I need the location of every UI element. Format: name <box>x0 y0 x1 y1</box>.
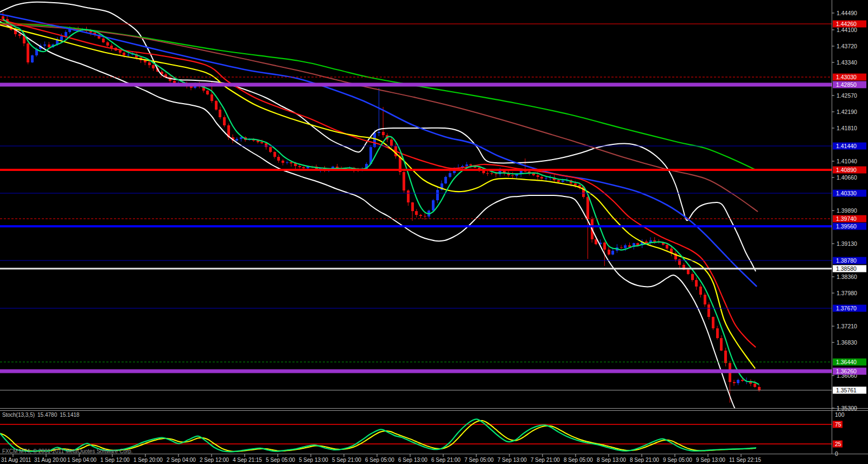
price-badge-1.41440: 1.41440 <box>833 143 866 150</box>
price-tick-label: 1.38360 <box>837 274 857 280</box>
price-tick-label: 1.36830 <box>837 339 857 346</box>
price-badge-1.40330: 1.40330 <box>833 190 866 197</box>
price-tick-label: 1.44490 <box>837 10 857 16</box>
price-tick-label: 1.41040 <box>837 158 857 164</box>
price-tick-label: 1.37980 <box>837 290 857 296</box>
price-badge-1.42850: 1.42850 <box>833 81 866 88</box>
time-tick-label: 7 Sep 05:00 <box>464 457 494 463</box>
time-tick-label: 11 Sep 22:15 <box>729 457 761 463</box>
price-badge-1.40890: 1.40890 <box>833 167 866 174</box>
copyright-label: FXCM MT4, © 2001-2011 MetaQuotes Softwar… <box>2 448 133 454</box>
price-badge-label: 1.39740 <box>836 215 857 222</box>
price-badge-1.38780: 1.38780 <box>833 257 866 264</box>
price-badge-label: 1.38780 <box>836 257 857 264</box>
price-tick-label: 1.39890 <box>837 207 857 214</box>
price-badge-1.39740: 1.39740 <box>833 215 866 223</box>
time-tick-label: 7 Sep 21:00 <box>531 457 560 463</box>
price-badge-1.38580: 1.38580 <box>833 265 866 272</box>
price-badge-label: 1.38580 <box>836 265 857 272</box>
price-tick-label: 1.43340 <box>837 59 857 66</box>
price-badge-label: 1.37670 <box>836 305 857 312</box>
price-badge-label: 1.43030 <box>836 74 857 80</box>
time-tick-label: 6 Sep 05:00 <box>365 457 394 463</box>
price-tick-label: 1.42570 <box>837 92 857 99</box>
stoch-scale-label: 25 <box>835 441 841 447</box>
time-tick-label: 8 Sep 05:00 <box>564 457 593 463</box>
price-badge-1.35761: 1.35761 <box>833 387 866 394</box>
price-badge-label: 1.36440 <box>836 359 857 365</box>
price-badge-label: 1.42850 <box>836 81 857 88</box>
time-tick-label: 5 Sep 13:00 <box>299 457 328 463</box>
time-tick-label: 8 Sep 21:00 <box>630 457 659 463</box>
price-badge-1.44260: 1.44260 <box>833 21 866 28</box>
price-tick-label: 1.37210 <box>837 323 857 329</box>
time-tick-label: 6 Sep 13:00 <box>398 457 427 463</box>
price-badge-label: 1.44260 <box>836 21 857 27</box>
price-tick-label: 1.40660 <box>837 174 857 181</box>
time-tick-label: 31 Aug 2011 <box>1 457 31 463</box>
time-tick-label: 1 Sep 12:00 <box>100 457 130 463</box>
price-badge-label: 1.36260 <box>836 368 857 374</box>
price-badge-label: 1.40330 <box>836 190 857 196</box>
price-tick-label: 1.43720 <box>837 43 857 49</box>
price-badge-label: 1.35761 <box>836 387 857 393</box>
price-badge-1.43030: 1.43030 <box>833 74 866 81</box>
time-tick-label: 5 Sep 21:00 <box>332 457 361 463</box>
price-badge-1.36440: 1.36440 <box>833 359 866 366</box>
price-badge-label: 1.41440 <box>836 143 857 149</box>
stochastic-d-value: 15.1418 <box>60 412 79 418</box>
price-badge-label: 1.40890 <box>836 167 857 173</box>
time-tick-label: 1 Sep 04:00 <box>67 457 97 463</box>
price-tick-label: 1.39130 <box>837 240 857 247</box>
price-tick-label: 1.35300 <box>837 405 857 411</box>
time-tick-label: 9 Sep 13:00 <box>696 457 725 463</box>
time-tick-label: 1 Sep 20:00 <box>133 457 163 463</box>
price-badge-1.39560: 1.39560 <box>833 223 866 230</box>
price-badge-1.36260: 1.36260 <box>833 368 866 375</box>
stoch-scale-label: 75 <box>835 421 841 428</box>
price-tick-label: 1.41810 <box>837 125 857 131</box>
stoch-scale-label: 100 <box>835 411 845 418</box>
time-tick-label: 9 Sep 05:00 <box>663 457 692 463</box>
time-tick-label: 2 Sep 12:00 <box>200 457 229 463</box>
time-tick-label: 2 Sep 04:00 <box>167 457 196 463</box>
stochastic-label: Stoch(13,3,5)15.478015.1418 <box>2 412 82 418</box>
price-badge-1.37670: 1.37670 <box>833 305 866 312</box>
time-tick-label: 7 Sep 13:00 <box>497 457 527 463</box>
price-badge-label: 1.39560 <box>836 223 857 230</box>
time-tick-label: 6 Sep 21:00 <box>431 457 461 463</box>
mt4-chart-window: 1.444901.441001.437201.433401.425701.421… <box>0 0 868 464</box>
time-tick-label: 31 Aug 20:00 <box>34 457 66 463</box>
stochastic-indicator-name: Stoch(13,3,5) <box>2 412 35 418</box>
time-tick-label: 5 Sep 05:00 <box>266 457 295 463</box>
time-tick-label: 4 Sep 21:15 <box>233 457 262 463</box>
time-tick-label: 8 Sep 13:00 <box>597 457 626 463</box>
chart-canvas[interactable]: 1.444901.441001.437201.433401.425701.421… <box>0 0 868 464</box>
price-tick-label: 1.42190 <box>837 109 857 115</box>
stochastic-k-value: 15.4780 <box>37 412 57 418</box>
